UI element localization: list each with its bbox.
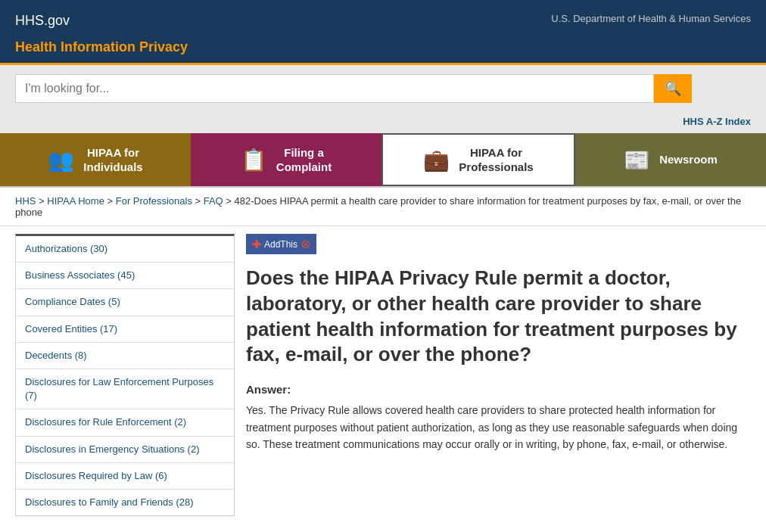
individuals-icon: 👥 <box>48 148 74 173</box>
search-container: 🔍 <box>15 74 692 103</box>
breadcrumb-hhs[interactable]: HHS <box>15 195 36 207</box>
subtitle-link[interactable]: Health Information Privacy <box>15 39 188 54</box>
complaint-icon: 📋 <box>241 148 267 173</box>
sidebar: Authorizations (30) Business Associates … <box>15 234 235 516</box>
addthis-icon: ✚ <box>252 238 261 250</box>
sidebar-item-disclosures-family-friends[interactable]: Disclosures to Family and Friends (28) <box>16 490 234 515</box>
tab-professionals[interactable]: 💼 HIPAA forProfessionals <box>381 133 575 186</box>
answer-text: Yes. The Privacy Rule allows covered hea… <box>246 402 751 453</box>
breadcrumb-faq[interactable]: FAQ <box>204 195 223 207</box>
az-index-link[interactable]: HHS A-Z Index <box>683 116 751 127</box>
hhs-logo[interactable]: HHS.gov <box>15 6 70 30</box>
dept-name: U.S. Department of Health & Human Servic… <box>551 13 751 24</box>
tab-complaint-label: Filing aComplaint <box>276 145 332 175</box>
sidebar-item-decedents[interactable]: Decedents (8) <box>16 343 234 369</box>
sidebar-item-business-associates[interactable]: Business Associates (45) <box>16 263 234 289</box>
answer-heading: Answer: <box>246 383 751 396</box>
sidebar-item-covered-entities[interactable]: Covered Entities (17) <box>16 316 234 343</box>
sidebar-item-authorizations[interactable]: Authorizations (30) <box>16 236 234 263</box>
search-button[interactable]: 🔍 <box>654 74 692 103</box>
tab-individuals[interactable]: 👥 HIPAA forIndividuals <box>0 133 191 186</box>
professionals-icon: 💼 <box>423 148 450 173</box>
nav-tabs: 👥 HIPAA forIndividuals 📋 Filing aComplai… <box>0 133 766 188</box>
page-title: Does the HIPAA Privacy Rule permit a doc… <box>246 266 751 368</box>
breadcrumb-hipaa-home[interactable]: HIPAA Home <box>47 195 104 207</box>
search-bar: 🔍 <box>0 65 766 112</box>
main-content: Authorizations (30) Business Associates … <box>0 226 766 524</box>
breadcrumb-for-professionals[interactable]: For Professionals <box>116 195 192 207</box>
newsroom-icon: 📰 <box>624 148 650 173</box>
tab-professionals-label: HIPAA forProfessionals <box>459 145 533 175</box>
breadcrumb: HHS > HIPAA Home > For Professionals > F… <box>0 188 766 226</box>
az-row: HHS A-Z Index <box>0 112 766 133</box>
addthis-bar: ✚ AddThis ⊗ <box>246 234 751 254</box>
addthis-label: AddThis <box>264 239 297 250</box>
tab-individuals-label: HIPAA forIndividuals <box>83 145 142 175</box>
sidebar-item-disclosures-required-by-law[interactable]: Disclosures Required by Law (6) <box>16 463 234 490</box>
sidebar-item-disclosures-emergency[interactable]: Disclosures in Emergency Situations (2) <box>16 437 234 463</box>
gov-text: .gov <box>44 13 70 28</box>
addthis-button[interactable]: ✚ AddThis ⊗ <box>246 234 316 254</box>
header-subtitle: Health Information Privacy <box>0 36 766 65</box>
sidebar-item-disclosures-rule-enforcement[interactable]: Disclosures for Rule Enforcement (2) <box>16 409 234 436</box>
sidebar-item-disclosures-law-enforcement[interactable]: Disclosures for Law Enforcement Purposes… <box>16 369 234 409</box>
tab-newsroom-label: Newsroom <box>659 152 718 167</box>
sidebar-item-compliance-dates[interactable]: Compliance Dates (5) <box>16 289 234 316</box>
content-area: ✚ AddThis ⊗ Does the HIPAA Privacy Rule … <box>246 234 751 516</box>
addthis-close-icon: ⊗ <box>300 237 310 251</box>
tab-complaint[interactable]: 📋 Filing aComplaint <box>191 133 381 186</box>
header-top: HHS.gov U.S. Department of Health & Huma… <box>0 0 766 36</box>
tab-newsroom[interactable]: 📰 Newsroom <box>575 133 766 186</box>
search-input[interactable] <box>15 74 654 103</box>
hhs-text: HHS <box>15 13 44 28</box>
